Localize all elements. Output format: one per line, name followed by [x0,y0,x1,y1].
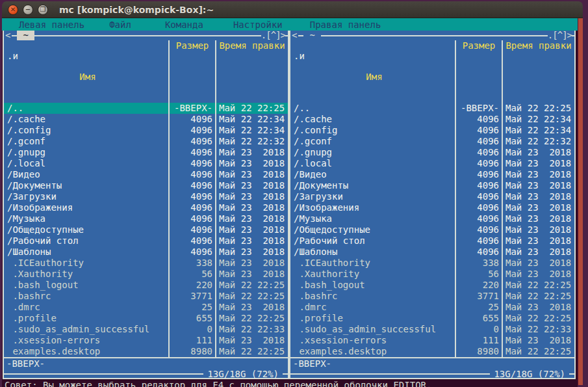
file-row[interactable]: /Общедоступные 4096 Май 23 2018 [4,224,288,235]
file-size: 4096 [168,191,215,202]
file-mtime: Май 22 22:25 [215,346,288,357]
file-row[interactable]: /.cache 4096 Май 22 22:34 [4,114,288,125]
right-panel-top-border: < ~ .[^]> [290,31,574,40]
right-panel-column-headers: .и Имя Размер Время правки [290,40,574,103]
file-name: /Загрузки [290,191,455,202]
panel-scroll-left-icon[interactable]: < [4,31,12,40]
panel-updir-icon[interactable]: .[^]> [261,31,285,40]
file-mtime: Май 22 22:25 [215,291,288,302]
file-size: 4096 [455,224,502,235]
file-row[interactable]: /.config 4096 Май 22 22:34 [290,125,574,136]
file-size: 655 [168,313,215,324]
file-name: /Документы [290,180,455,191]
file-name: .ICEauthority [290,258,455,269]
file-row[interactable]: examples.desktop 8980 Май 22 22:25 [4,346,288,357]
file-row[interactable]: .dmrc 25 Май 23 2018 [290,302,574,313]
file-name: /.gnupg [4,147,168,158]
file-row[interactable]: /Шаблоны 4096 Май 23 2018 [290,247,574,258]
file-name: /.local [290,158,455,169]
file-row[interactable]: /Шаблоны 4096 Май 23 2018 [4,247,288,258]
file-row[interactable]: /Изображения 4096 Май 23 2018 [4,202,288,213]
file-mtime: Май 23 2018 [502,269,574,280]
file-row[interactable]: .dmrc 25 Май 23 2018 [4,302,288,313]
file-mtime: Май 23 2018 [215,202,288,213]
file-name: .sudo_as_admin_successful [4,324,168,335]
file-size: 25 [168,302,215,313]
column-header-name[interactable]: Имя [294,72,455,82]
minimize-button[interactable]: − [23,5,33,15]
file-row[interactable]: /.gnupg 4096 Май 23 2018 [4,147,288,158]
file-row[interactable]: .ICEauthority 338 Май 23 2018 [290,258,574,269]
file-row[interactable]: .profile 655 Май 22 22:25 [4,313,288,324]
file-size: 4096 [455,169,502,180]
file-row[interactable]: /.gconf 4096 Май 22 22:32 [290,136,574,147]
file-row[interactable]: /Документы 4096 Май 23 2018 [4,180,288,191]
left-panel-path-tab[interactable]: ~ [17,31,34,40]
file-mtime: Май 23 2018 [215,169,288,180]
file-row[interactable]: /Музыка 4096 Май 23 2018 [4,213,288,224]
panel-updir-icon[interactable]: .[^]> [548,31,572,40]
file-row[interactable]: /.cache 4096 Май 22 22:34 [290,114,574,125]
file-name: /Загрузки [4,191,168,202]
file-row[interactable]: /Документы 4096 Май 23 2018 [290,180,574,191]
file-row[interactable]: examples.desktop 8980 Май 22 22:25 [290,346,574,357]
file-size: 56 [455,269,502,280]
window-titlebar[interactable]: ✕ − ❐ mc [kompick@kompick-Box]:~ [2,1,583,18]
file-row[interactable]: /Музыка 4096 Май 23 2018 [290,213,574,224]
file-row[interactable]: /Рабочий стол 4096 Май 23 2018 [4,235,288,247]
file-row[interactable]: .Xauthority 56 Май 23 2018 [290,269,574,280]
column-header-mtime[interactable]: Время правки [215,40,288,103]
panel-scroll-left-icon[interactable]: < [290,31,298,40]
file-row[interactable]: /Изображения 4096 Май 23 2018 [290,202,574,213]
file-row[interactable]: .bashrc 3771 Май 22 22:25 [4,291,288,302]
file-name: /Общедоступные [290,224,455,235]
file-row[interactable]: .bash_logout 220 Май 22 22:25 [290,280,574,291]
column-header-size[interactable]: Размер [168,40,215,103]
menu-command[interactable]: Команда [165,20,203,30]
file-row[interactable]: /.. -ВВЕРХ- Май 22 22:25 [4,103,288,114]
maximize-button[interactable]: ❐ [38,5,48,15]
menu-options[interactable]: Настройки [233,20,283,30]
file-row[interactable]: .xsession-errors 111 Май 23 2018 [4,335,288,346]
terminal-body: Левая панель Файл Команда Настройки Прав… [2,18,583,385]
file-mtime: Май 23 2018 [502,202,574,213]
file-mtime: Май 23 2018 [215,224,288,235]
file-row[interactable]: /Загрузки 4096 Май 23 2018 [290,191,574,202]
column-header-size[interactable]: Размер [455,40,502,103]
column-header-mtime[interactable]: Время правки [502,40,574,103]
file-size: 0 [168,324,215,335]
menu-left-panel[interactable]: Левая панель [19,20,84,30]
file-row[interactable]: .sudo_as_admin_successful 0 Май 22 22:33 [290,324,574,335]
menu-right-panel[interactable]: Правая панель [310,20,381,30]
file-row[interactable]: /Видео 4096 Май 23 2018 [4,169,288,180]
file-row[interactable]: .xsession-errors 111 Май 23 2018 [290,335,574,346]
file-mtime: Май 22 22:25 [502,103,574,114]
file-size: 4096 [168,247,215,258]
file-size: -ВВЕРХ- [168,103,215,114]
file-row[interactable]: .bashrc 3771 Май 22 22:25 [290,291,574,302]
file-mtime: Май 23 2018 [215,258,288,269]
column-header-name[interactable]: Имя [7,72,168,82]
file-row[interactable]: /.gnupg 4096 Май 23 2018 [290,147,574,158]
file-row[interactable]: .Xauthority 56 Май 23 2018 [4,269,288,280]
file-row[interactable]: /.local 4096 Май 23 2018 [4,158,288,169]
file-size: 338 [455,258,502,269]
file-row[interactable]: /.local 4096 Май 23 2018 [290,158,574,169]
file-row[interactable]: .ICEauthority 338 Май 23 2018 [4,258,288,269]
menu-file[interactable]: Файл [109,20,131,30]
file-row[interactable]: /.gconf 4096 Май 22 22:32 [4,136,288,147]
file-row[interactable]: /Видео 4096 Май 23 2018 [290,169,574,180]
file-row[interactable]: /.. -ВВЕРХ- Май 22 22:25 [290,103,574,114]
terminal-scrollbar[interactable] [578,18,583,385]
left-panel-mini-status: -ВВЕРХ- [4,358,288,369]
close-button[interactable]: ✕ [8,5,18,15]
file-row[interactable]: /Рабочий стол 4096 Май 23 2018 [290,235,574,247]
file-row[interactable]: .bash_logout 220 Май 22 22:25 [4,280,288,291]
file-row[interactable]: /.config 4096 Май 22 22:34 [4,125,288,136]
file-row[interactable]: /Общедоступные 4096 Май 23 2018 [290,224,574,235]
file-row[interactable]: /Загрузки 4096 Май 23 2018 [4,191,288,202]
file-name: /Документы [4,180,168,191]
file-row[interactable]: .profile 655 Май 22 22:25 [290,313,574,324]
file-row[interactable]: .sudo_as_admin_successful 0 Май 22 22:33 [4,324,288,335]
right-panel-path-tab[interactable]: ~ [303,31,320,40]
